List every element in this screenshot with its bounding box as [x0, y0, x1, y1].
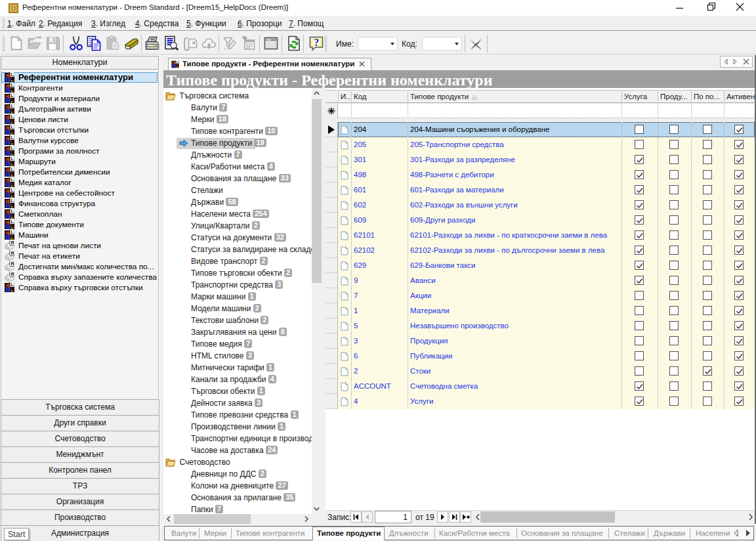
svg-text:?: ? [314, 37, 319, 48]
